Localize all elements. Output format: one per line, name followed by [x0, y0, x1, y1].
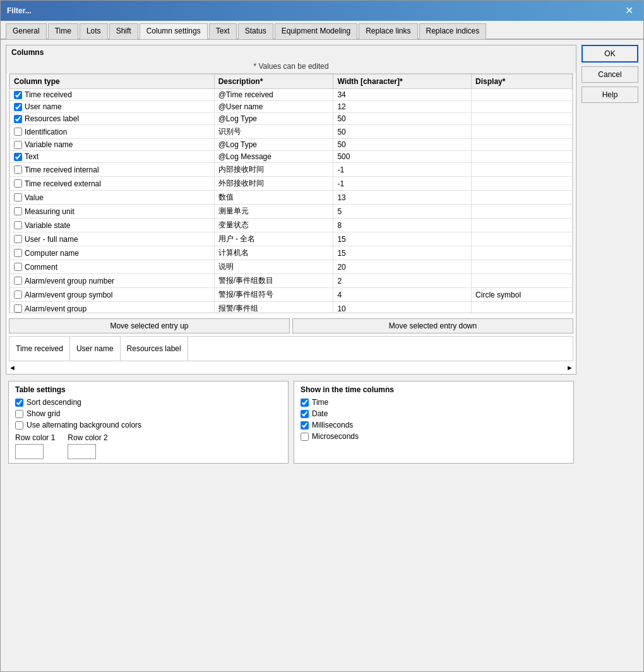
table-row[interactable]: Time received external外部接收时间-1 — [10, 177, 573, 191]
cancel-button[interactable]: Cancel — [581, 66, 638, 83]
col-width-cell[interactable]: 20 — [333, 260, 472, 274]
col-width-cell[interactable]: 50 — [333, 113, 472, 125]
col-display-cell[interactable] — [472, 191, 573, 205]
col-display-cell[interactable] — [472, 113, 573, 125]
tab-replace-indices[interactable]: Replace indices — [419, 23, 487, 39]
table-row[interactable]: Computer name计算机名15 — [10, 246, 573, 260]
preview-scroll-right[interactable]: ► — [566, 364, 573, 371]
microseconds-checkbox[interactable] — [301, 433, 309, 441]
table-row[interactable]: User - full name用户 - 全名15 — [10, 232, 573, 246]
col-display-cell[interactable] — [472, 302, 573, 314]
col-display-cell[interactable] — [472, 177, 573, 191]
milliseconds-checkbox[interactable] — [301, 421, 309, 429]
table-row[interactable]: Text@Log Message500 — [10, 151, 573, 163]
col-width-cell[interactable]: 10 — [333, 302, 472, 314]
table-row[interactable]: Variable name@Log Type50 — [10, 139, 573, 151]
row-checkbox-7[interactable] — [14, 179, 22, 188]
help-button[interactable]: Help — [581, 87, 638, 103]
alternating-bg-checkbox[interactable] — [15, 421, 23, 429]
table-row[interactable]: User name@User name12 — [10, 101, 573, 113]
date-row: Date — [301, 409, 567, 418]
move-down-button[interactable]: Move selected entry down — [292, 318, 573, 333]
preview-bar[interactable]: Time receivedUser nameResources label — [9, 336, 573, 361]
col-width-cell[interactable]: 13 — [333, 191, 472, 205]
tab-general[interactable]: General — [6, 23, 47, 39]
row-checkbox-0[interactable] — [14, 91, 22, 99]
tab-text[interactable]: Text — [209, 23, 237, 39]
col-width-cell[interactable]: 8 — [333, 219, 472, 232]
col-display-cell[interactable] — [472, 163, 573, 177]
row-checkbox-13[interactable] — [14, 263, 22, 271]
col-width-cell[interactable]: 12 — [333, 101, 472, 113]
show-grid-checkbox[interactable] — [15, 410, 23, 418]
row-checkbox-10[interactable] — [14, 221, 22, 229]
col-display-cell[interactable] — [472, 219, 573, 232]
col-display-cell[interactable] — [472, 232, 573, 246]
table-row[interactable]: Resources label@Log Type50 — [10, 113, 573, 125]
row-checkbox-11[interactable] — [14, 235, 22, 243]
table-row[interactable]: Identification识别号50 — [10, 125, 573, 139]
date-checkbox[interactable] — [301, 410, 309, 418]
tab-replace-links[interactable]: Replace links — [359, 23, 417, 39]
table-row[interactable]: Comment说明20 — [10, 260, 573, 274]
row-checkbox-4[interactable] — [14, 141, 22, 149]
table-row[interactable]: Measuring unit测量单元5 — [10, 205, 573, 219]
col-width-cell[interactable]: 2 — [333, 274, 472, 288]
col-display-cell[interactable] — [472, 89, 573, 101]
ok-button[interactable]: OK — [581, 45, 638, 63]
tab-time[interactable]: Time — [48, 23, 78, 39]
row-checkbox-8[interactable] — [14, 193, 22, 201]
col-display-cell[interactable] — [472, 139, 573, 151]
row-checkbox-1[interactable] — [14, 103, 22, 111]
tab-column-settings[interactable]: Column settings — [140, 23, 208, 39]
row-checkbox-5[interactable] — [14, 153, 22, 161]
row-checkbox-3[interactable] — [14, 128, 22, 136]
columns-table-container[interactable]: Column type Description* Width [characte… — [9, 73, 573, 313]
table-row[interactable]: Variable state变量状态8 — [10, 219, 573, 232]
close-button[interactable]: ✕ — [621, 4, 637, 17]
tab-status[interactable]: Status — [238, 23, 273, 39]
row-checkbox-9[interactable] — [14, 207, 22, 215]
row-checkbox-15[interactable] — [14, 291, 22, 299]
row-checkbox-14[interactable] — [14, 277, 22, 285]
col-desc-cell: @Log Message — [214, 151, 333, 163]
col-width-cell[interactable]: 4 — [333, 288, 472, 302]
col-display-cell[interactable] — [472, 274, 573, 288]
table-row[interactable]: Alarm/event group symbol警报/事件组符号4Circle … — [10, 288, 573, 302]
col-width-cell[interactable]: 50 — [333, 139, 472, 151]
col-width-cell[interactable]: -1 — [333, 163, 472, 177]
table-row[interactable]: Time received internal内部接收时间-1 — [10, 163, 573, 177]
table-row[interactable]: Alarm/event group number警报/事件组数目2 — [10, 274, 573, 288]
tab-equipment-modeling[interactable]: Equipment Modeling — [275, 23, 357, 39]
table-row[interactable]: Value数值13 — [10, 191, 573, 205]
table-row[interactable]: Alarm/event group报警/事件组10 — [10, 302, 573, 314]
col-width-cell[interactable]: 500 — [333, 151, 472, 163]
col-display-cell[interactable]: Circle symbol — [472, 288, 573, 302]
table-row[interactable]: Time received@Time received34 — [10, 89, 573, 101]
col-display-cell[interactable] — [472, 205, 573, 219]
tab-shift[interactable]: Shift — [109, 23, 138, 39]
col-display-cell[interactable] — [472, 125, 573, 139]
col-display-cell[interactable] — [472, 260, 573, 274]
col-width-cell[interactable]: -1 — [333, 177, 472, 191]
col-width-cell[interactable]: 5 — [333, 205, 472, 219]
col-display-cell[interactable] — [472, 151, 573, 163]
col-width-cell[interactable]: 15 — [333, 232, 472, 246]
col-width-cell[interactable]: 15 — [333, 246, 472, 260]
tab-lots[interactable]: Lots — [80, 23, 108, 39]
preview-scroll-left[interactable]: ◄ — [9, 364, 16, 371]
row-checkbox-12[interactable] — [14, 249, 22, 257]
col-display-cell[interactable] — [472, 101, 573, 113]
row-color-2-box[interactable] — [68, 444, 96, 459]
col-display-cell[interactable] — [472, 246, 573, 260]
move-up-button[interactable]: Move selected entry up — [9, 318, 290, 333]
sort-descending-checkbox[interactable] — [15, 399, 23, 407]
col-desc-cell: 说明 — [214, 260, 333, 274]
time-checkbox[interactable] — [301, 399, 309, 407]
row-color-1-box[interactable] — [15, 444, 44, 459]
row-checkbox-2[interactable] — [14, 115, 22, 123]
col-width-cell[interactable]: 50 — [333, 125, 472, 139]
row-checkbox-16[interactable] — [14, 304, 22, 313]
col-width-cell[interactable]: 34 — [333, 89, 472, 101]
row-checkbox-6[interactable] — [14, 165, 22, 174]
